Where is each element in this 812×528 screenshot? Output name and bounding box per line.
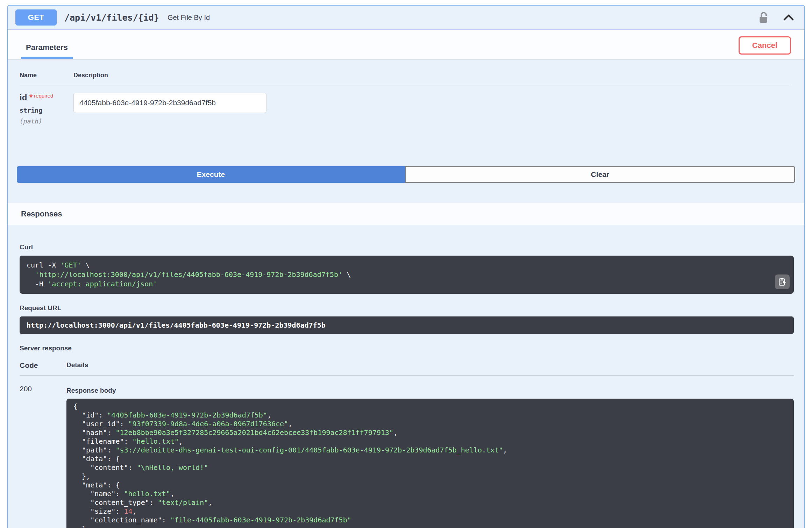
responses-content: Curl curl -X 'GET' \ 'http://localhost:3… <box>8 225 804 528</box>
parameter-row-id: id *required string (path) <box>20 84 791 125</box>
parameters-table-headers: Name Description <box>20 72 791 84</box>
responses-heading: Responses <box>8 203 804 225</box>
request-url-value: http://localhost:3000/api/v1/files/4405f… <box>20 316 794 334</box>
execute-button[interactable]: Execute <box>17 166 405 183</box>
curl-label: Curl <box>20 243 794 251</box>
name-column-header: Name <box>20 72 73 79</box>
execute-row: Execute Clear <box>17 166 795 183</box>
response-details-cell: Response body { "id": "4405fabb-603e-491… <box>66 385 794 528</box>
parameter-name: id <box>20 93 27 102</box>
parameter-location: (path) <box>20 117 73 125</box>
curl-command: curl -X 'GET' \ 'http://localhost:3000/a… <box>20 256 794 294</box>
parameters-section-header: Parameters Cancel <box>8 30 804 59</box>
response-body-json: { "id": "4405fabb-603e-4919-972b-2b39d6a… <box>66 399 794 528</box>
parameter-name-cell: id *required string (path) <box>20 93 73 125</box>
request-url-label: Request URL <box>20 304 794 312</box>
server-response-table-headers: Code Details <box>20 361 794 376</box>
status-code: 200 <box>20 385 66 528</box>
server-response-label: Server response <box>20 344 794 352</box>
chevron-up-icon[interactable] <box>783 14 795 21</box>
server-response-row: 200 Response body { "id": "4405fabb-603e… <box>20 376 794 528</box>
clear-button[interactable]: Clear <box>405 166 795 183</box>
required-asterisk: * <box>27 93 33 102</box>
opblock-get-file-by-id: GET /api/v1/files/{id} Get File By Id Pa… <box>7 5 805 528</box>
endpoint-summary-bar[interactable]: GET /api/v1/files/{id} Get File By Id <box>8 6 804 30</box>
parameters-table: Name Description id *required string (pa… <box>8 59 804 125</box>
cancel-button[interactable]: Cancel <box>739 36 791 55</box>
parameter-id-input[interactable] <box>73 93 266 113</box>
tab-parameters: Parameters <box>21 39 73 59</box>
details-column-header: Details <box>66 361 88 370</box>
description-column-header: Description <box>73 72 791 79</box>
endpoint-description: Get File By Id <box>168 14 210 22</box>
unlock-icon[interactable] <box>759 12 769 23</box>
endpoint-path: /api/v1/files/{id} <box>64 13 159 23</box>
required-label: required <box>34 93 53 99</box>
response-body-label: Response body <box>66 387 794 394</box>
clipboard-copy-icon[interactable] <box>775 274 790 289</box>
code-column-header: Code <box>20 361 66 370</box>
parameter-type: string <box>20 107 73 114</box>
method-badge: GET <box>15 9 57 26</box>
parameter-description-cell <box>73 93 791 125</box>
